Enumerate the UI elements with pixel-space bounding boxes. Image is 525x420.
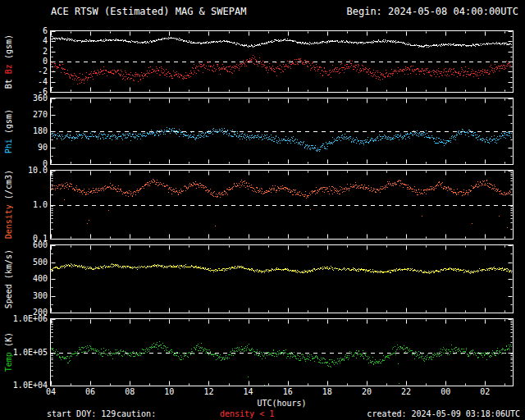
- mag-y-tick-label: 6: [11, 27, 48, 35]
- panel-phi: [50, 98, 514, 165]
- speed-y-tick-label: 300: [11, 292, 48, 300]
- phi-plot-canvas: [51, 98, 513, 164]
- mag-y-tick-label: -4: [11, 78, 48, 86]
- caution-value: density < 1: [220, 409, 274, 418]
- created-timestamp: created: 2024-05-09 03:18:06UTC: [367, 409, 520, 418]
- speed-label-part: Speed: [4, 284, 13, 308]
- mag-label-part: Bt: [4, 79, 13, 89]
- x-tick-label: 18: [320, 388, 335, 396]
- panel-speed: [50, 244, 514, 313]
- x-tick-label: 04: [43, 388, 58, 396]
- speed-y-tick-label: 500: [11, 258, 48, 267]
- speed-y-tick-label: 600: [11, 241, 48, 249]
- temp-y-tick-label: 1.0E+05: [11, 349, 48, 357]
- speed-label-part: (km/s): [4, 249, 13, 279]
- speed-y-tick-label: 400: [11, 275, 48, 283]
- chart-title: ACE RTSW (Estimated) MAG & SWEPAM: [51, 6, 246, 17]
- caution-label: caution:: [116, 409, 156, 418]
- mag-y-tick-label: -2: [11, 67, 48, 75]
- begin-timestamp: Begin: 2024-05-08 04:00:00UTC: [346, 6, 518, 17]
- phi-y-tick-label: 180: [11, 127, 48, 135]
- phi-label-part: Phi: [4, 139, 13, 153]
- density-y-tick-label: 1.0: [11, 201, 48, 209]
- x-tick-label: 00: [438, 388, 453, 396]
- temp-y-tick-label: 1.0E+04: [11, 381, 48, 390]
- mag-y-tick-label: 4: [11, 37, 48, 45]
- x-tick-label: 06: [83, 388, 98, 396]
- x-tick-label: 08: [122, 388, 137, 396]
- x-tick-label: 10: [162, 388, 176, 396]
- panel-temp: [50, 318, 514, 386]
- x-tick-label: 14: [241, 388, 256, 396]
- phi-y-tick-label: 90: [11, 144, 48, 152]
- temp-label-part: Temp: [4, 353, 13, 372]
- x-tick-label: 12: [201, 388, 216, 396]
- x-tick-label: 20: [359, 388, 374, 396]
- x-tick-label: 22: [399, 388, 413, 396]
- temp-label-part: (K): [4, 332, 13, 347]
- density-y-tick-label: 10.0: [11, 167, 48, 175]
- temp-plot-canvas: [51, 319, 513, 386]
- density-plot-canvas: [51, 171, 513, 239]
- density-axis-label: Density (/cm3): [2, 171, 16, 239]
- temp-axis-label: Temp (K): [2, 319, 16, 386]
- mag-y-tick-label: 0: [11, 57, 48, 66]
- phi-y-tick-label: 270: [11, 111, 48, 119]
- temp-y-tick-label: 1.0E+06: [11, 315, 48, 323]
- phi-label-part: (gsm): [4, 109, 13, 134]
- start-doy-label: start DOY: 129: [47, 409, 116, 418]
- x-tick-label: 02: [477, 388, 492, 396]
- density-label-part: (/cm3): [4, 170, 13, 199]
- speed-axis-label: Speed (km/s): [2, 245, 16, 313]
- panel-mag: [50, 30, 514, 93]
- mag-label-part: Bz: [4, 64, 13, 74]
- x-tick-label: 16: [281, 388, 295, 396]
- mag-label-part: (gsm): [4, 34, 13, 59]
- x-axis-title: UTC(hours): [51, 399, 513, 408]
- phi-axis-label: Phi (gsm): [2, 98, 16, 164]
- mag-axis-label: Bt Bz (gsm): [2, 31, 16, 92]
- phi-y-tick-label: 360: [11, 94, 48, 103]
- density-label-part: Density: [4, 205, 13, 240]
- panel-density: [50, 170, 514, 240]
- ace-rtsw-chart: ACE RTSW (Estimated) MAG & SWEPAM Begin:…: [0, 0, 525, 420]
- mag-y-tick-label: 2: [11, 48, 48, 56]
- speed-plot-canvas: [51, 245, 513, 313]
- mag-plot-canvas: [51, 31, 513, 92]
